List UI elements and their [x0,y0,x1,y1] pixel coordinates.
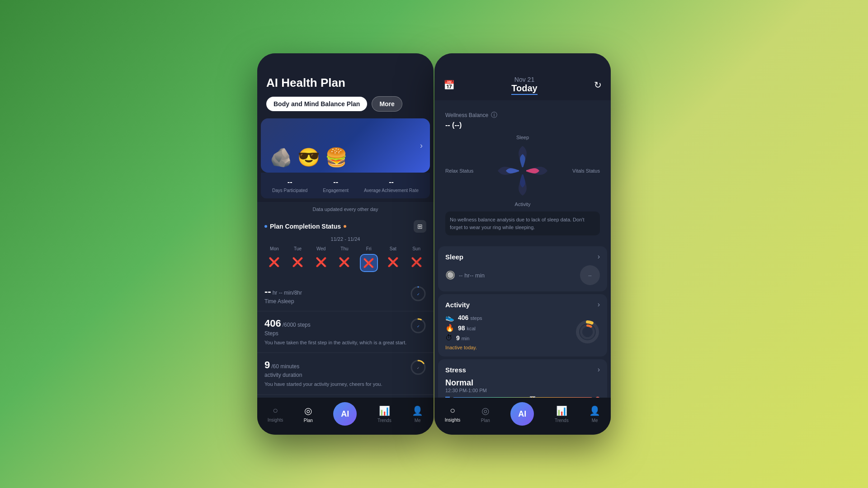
stress-card-header: Stress › [445,366,600,374]
stat-engagement-value: -- [323,178,349,186]
header-pills: Body and Mind Balance Plan More [266,96,425,112]
petal-labels: Sleep Relax Status Vitals Status Activit… [445,135,600,207]
calendar-icon[interactable]: 📅 [443,80,455,90]
sleep-progress-circle: ✓ [410,286,426,302]
day-sat: Sat ❌ [385,246,401,272]
stat-days-label: Days Participated [272,188,307,193]
sleep-unit: hr -- min/8hr [273,290,302,296]
activity-card-title: Activity [445,301,470,309]
right-nav-trends[interactable]: 📊 Trends [555,405,569,423]
right-nav-center-label: AI [518,409,526,419]
plan-pill[interactable]: Body and Mind Balance Plan [266,97,367,111]
day-fri[interactable]: Fri ❌ [360,246,378,272]
petal-label-vitals: Vitals Status [572,168,600,174]
activity-progress-circle: ✓ [410,359,426,375]
left-nav-trends-label: Trends [377,418,392,423]
day-thu-icon: ❌ [336,254,353,270]
sleep-metric: -- hr -- min/8hr Time Asleep ✓ [257,279,434,311]
right-phone: 📅 Nov 21 Today ↻ Wellness Balance ⓘ -- (… [434,53,611,435]
stress-time: 12:30 PM-1:00 PM [445,388,600,393]
donut-svg [575,319,600,344]
activity-desc: You have started your activity journey, … [264,381,426,388]
left-nav-insights-icon: ○ [273,405,278,416]
petal-label-sleep: Sleep [516,135,529,140]
fire-icon: 🔥 [445,324,454,332]
left-content: Data updated every other day Plan Comple… [257,202,434,398]
activity-card[interactable]: Activity › 👟 406 steps [438,294,607,357]
right-bottom-nav: ○ Insights ◎ Plan AI 📊 Trends 👤 Me [434,398,611,435]
filter-icon[interactable]: ⊞ [414,220,426,233]
svg-text:✓: ✓ [417,366,420,370]
sleep-row: 🔘 -- hr-- min -- [445,265,600,285]
left-phone: AI Health Plan Body and Mind Balance Pla… [257,53,434,435]
day-tue-icon: ❌ [290,254,306,270]
right-nav-plan[interactable]: ◎ Plan [481,405,490,423]
right-content: Wellness Balance ⓘ -- (--) Sleep Relax S… [434,100,611,398]
petal-label-activity: Activity [515,202,531,207]
left-header: AI Health Plan Body and Mind Balance Pla… [257,53,434,118]
right-nav-insights[interactable]: ○ Insights [445,405,460,422]
wellness-title-row: Wellness Balance ⓘ [445,111,600,119]
left-nav-insights[interactable]: ○ Insights [268,405,283,422]
plan-dots: Plan Completion Status [264,223,346,230]
day-tue-label: Tue [294,246,302,251]
svg-text:✓: ✓ [417,324,420,328]
steps-name: Steps [264,330,311,337]
relax-metric: 55 /50 Relax Status 😊 [257,395,434,398]
right-nav-insights-label: Insights [445,418,460,422]
stat-achievement: -- Average Achievement Rate [364,178,419,193]
right-nav-center-btn[interactable]: AI [510,402,534,426]
plan-date: 11/22 - 11/24 [257,236,434,246]
left-nav-me-label: Me [415,418,421,423]
right-nav-trends-label: Trends [555,418,569,423]
stat-engagement: -- Engagement [323,178,349,193]
activity-card-header: Activity › [445,300,600,309]
stat-days: -- Days Participated [272,178,307,193]
refresh-icon[interactable]: ↻ [594,80,602,90]
time-icon: ⏱ [445,334,453,342]
stress-chevron-icon: › [598,366,600,374]
steps-progress-circle: ✓ [410,318,426,334]
steps-desc: You have taken the first step in the act… [264,339,426,346]
left-nav-trends[interactable]: 📊 Trends [377,405,392,423]
wellness-value: -- (--) [445,121,600,129]
more-pill[interactable]: More [372,96,402,112]
day-sun: Sun ❌ [408,246,425,272]
left-nav-center-btn[interactable]: AI [333,402,357,426]
activity-value: 9 [264,359,270,371]
day-mon-label: Mon [270,246,278,251]
day-wed: Wed ❌ [313,246,329,272]
stress-bar-row: 😊 [445,397,600,398]
inactive-label: Inactive today. [445,345,482,350]
petal-chart: Sleep Relax Status Vitals Status Activit… [445,135,600,207]
sleep-name: Time Asleep [264,298,302,305]
kcal-stat-row: 🔥 98 kcal [445,324,482,332]
banner-chevron-icon[interactable]: › [420,141,423,150]
day-sun-label: Sun [412,246,420,251]
sleep-value: -- [264,286,271,297]
sleep-ring-icon: 🔘 [445,270,455,280]
left-nav-plan-label: Plan [304,418,313,423]
activity-unit: /60 minutes [271,363,299,370]
sleep-card[interactable]: Sleep › 🔘 -- hr-- min -- [438,246,607,291]
data-updated-label: Data updated every other day [257,202,434,216]
steps-value: 406 [264,318,281,329]
left-nav-me[interactable]: 👤 Me [412,405,423,423]
day-fri-label: Fri [366,246,372,251]
dot-orange [344,225,346,228]
wellness-card: Wellness Balance ⓘ -- (--) Sleep Relax S… [438,104,607,243]
right-nav-me[interactable]: 👤 Me [589,405,600,423]
stress-level: Normal [445,378,600,388]
activity-metric-top: 9 /60 minutes activity duration ✓ [264,359,426,378]
info-icon: ⓘ [491,111,497,119]
day-fri-icon: ❌ [360,254,378,272]
stress-card[interactable]: Stress › Normal 12:30 PM-1:00 PM 😊 Peace… [438,359,607,398]
header-date: Nov 21 [514,76,534,83]
left-nav-plan[interactable]: ◎ Plan [304,405,313,423]
banner-emoji: 🪨 😎 🍔 [270,147,348,168]
kcal-stat-val: 98 kcal [458,324,476,332]
steps-icon: 👟 [445,313,454,322]
steps-metric: 406 /6000 steps Steps ✓ You have taken t… [257,311,434,353]
day-thu: Thu ❌ [336,246,353,272]
plan-completion-header: Plan Completion Status ⊞ [257,216,434,236]
